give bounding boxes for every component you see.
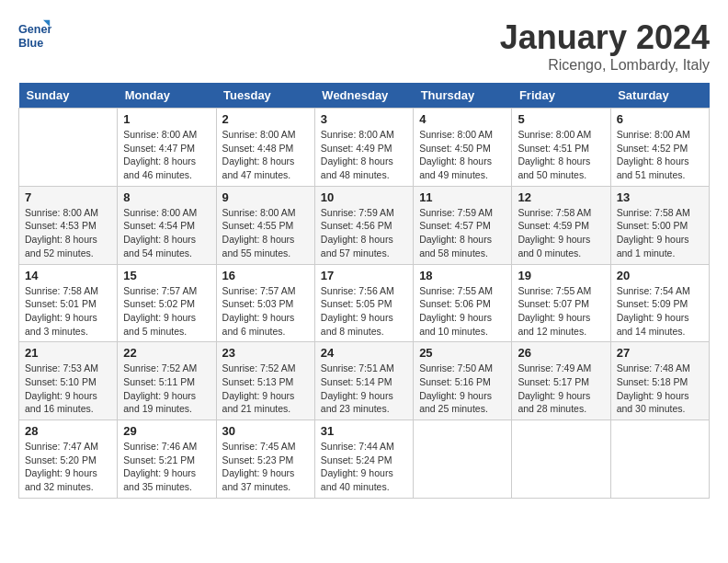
calendar-cell	[414, 420, 512, 499]
day-info: Sunrise: 8:00 AMSunset: 4:48 PMDaylight:…	[222, 128, 309, 182]
day-number: 26	[518, 346, 604, 360]
calendar-cell: 20Sunrise: 7:54 AMSunset: 5:09 PMDayligh…	[610, 264, 709, 342]
day-number: 16	[222, 269, 309, 282]
day-info: Sunrise: 7:56 AMSunset: 5:05 PMDaylight:…	[321, 284, 407, 339]
day-info: Sunrise: 7:46 AMSunset: 5:21 PMDaylight:…	[123, 440, 210, 494]
calendar-cell	[610, 420, 709, 499]
month-title: January 2024	[500, 18, 710, 57]
day-info: Sunrise: 7:57 AMSunset: 5:02 PMDaylight:…	[123, 284, 210, 339]
calendar-cell: 18Sunrise: 7:55 AMSunset: 5:06 PMDayligh…	[414, 264, 512, 342]
day-number: 2	[222, 112, 309, 126]
calendar-cell: 19Sunrise: 7:55 AMSunset: 5:07 PMDayligh…	[512, 264, 610, 342]
day-info: Sunrise: 7:49 AMSunset: 5:17 PMDaylight:…	[518, 362, 604, 416]
day-number: 28	[25, 424, 111, 438]
day-number: 17	[321, 269, 407, 282]
day-info: Sunrise: 7:47 AMSunset: 5:20 PMDaylight:…	[25, 440, 111, 494]
day-number: 15	[123, 269, 210, 282]
calendar-cell: 23Sunrise: 7:52 AMSunset: 5:13 PMDayligh…	[216, 342, 314, 420]
location: Ricengo, Lombardy, Italy	[500, 57, 710, 74]
day-info: Sunrise: 7:45 AMSunset: 5:23 PMDaylight:…	[222, 440, 309, 494]
day-info: Sunrise: 7:50 AMSunset: 5:16 PMDaylight:…	[419, 362, 506, 416]
day-info: Sunrise: 7:59 AMSunset: 4:57 PMDaylight:…	[419, 206, 506, 260]
svg-text:Blue: Blue	[18, 37, 43, 50]
day-info: Sunrise: 7:48 AMSunset: 5:18 PMDaylight:…	[617, 362, 703, 416]
calendar-cell: 1Sunrise: 8:00 AMSunset: 4:47 PMDaylight…	[118, 109, 216, 187]
calendar-cell: 29Sunrise: 7:46 AMSunset: 5:21 PMDayligh…	[118, 420, 216, 499]
day-number: 22	[123, 346, 210, 360]
day-number: 13	[617, 190, 703, 204]
day-number: 4	[419, 112, 506, 126]
col-header-thursday: Thursday	[414, 83, 512, 109]
calendar-cell: 21Sunrise: 7:53 AMSunset: 5:10 PMDayligh…	[19, 342, 118, 420]
day-number: 5	[518, 112, 604, 126]
page-header: GeneralBlue January 2024 Ricengo, Lombar…	[18, 18, 710, 74]
calendar-cell: 14Sunrise: 7:58 AMSunset: 5:01 PMDayligh…	[19, 264, 118, 342]
calendar-cell: 10Sunrise: 7:59 AMSunset: 4:56 PMDayligh…	[314, 186, 413, 264]
day-info: Sunrise: 8:00 AMSunset: 4:51 PMDaylight:…	[518, 128, 604, 182]
svg-text:General: General	[18, 23, 51, 36]
calendar-cell: 17Sunrise: 7:56 AMSunset: 5:05 PMDayligh…	[314, 264, 413, 342]
col-header-monday: Monday	[118, 83, 216, 109]
day-number: 1	[123, 112, 210, 126]
day-info: Sunrise: 8:00 AMSunset: 4:55 PMDaylight:…	[222, 206, 309, 260]
day-number: 11	[419, 190, 506, 204]
day-number: 25	[419, 346, 506, 360]
day-info: Sunrise: 8:00 AMSunset: 4:47 PMDaylight:…	[123, 128, 210, 182]
day-info: Sunrise: 7:51 AMSunset: 5:14 PMDaylight:…	[321, 362, 407, 416]
calendar-cell: 6Sunrise: 8:00 AMSunset: 4:52 PMDaylight…	[610, 109, 709, 187]
day-info: Sunrise: 7:52 AMSunset: 5:13 PMDaylight:…	[222, 362, 309, 416]
calendar-cell	[512, 420, 610, 499]
calendar-cell	[19, 109, 118, 187]
day-number: 24	[321, 346, 407, 360]
day-number: 23	[222, 346, 309, 360]
title-area: January 2024 Ricengo, Lombardy, Italy	[500, 18, 710, 74]
day-number: 8	[123, 190, 210, 204]
calendar-cell: 8Sunrise: 8:00 AMSunset: 4:54 PMDaylight…	[118, 186, 216, 264]
day-number: 19	[518, 269, 604, 282]
col-header-sunday: Sunday	[19, 83, 118, 109]
day-number: 27	[617, 346, 703, 360]
logo-icon: GeneralBlue	[18, 18, 51, 52]
day-info: Sunrise: 8:00 AMSunset: 4:54 PMDaylight:…	[123, 206, 210, 260]
calendar-table: SundayMondayTuesdayWednesdayThursdayFrid…	[18, 83, 710, 499]
day-number: 30	[222, 424, 309, 438]
day-number: 7	[25, 190, 111, 204]
col-header-tuesday: Tuesday	[216, 83, 314, 109]
day-info: Sunrise: 7:54 AMSunset: 5:09 PMDaylight:…	[617, 284, 703, 339]
calendar-cell: 13Sunrise: 7:58 AMSunset: 5:00 PMDayligh…	[610, 186, 709, 264]
calendar-cell: 5Sunrise: 8:00 AMSunset: 4:51 PMDaylight…	[512, 109, 610, 187]
calendar-cell: 26Sunrise: 7:49 AMSunset: 5:17 PMDayligh…	[512, 342, 610, 420]
day-info: Sunrise: 7:53 AMSunset: 5:10 PMDaylight:…	[25, 362, 111, 416]
calendar-cell: 9Sunrise: 8:00 AMSunset: 4:55 PMDaylight…	[216, 186, 314, 264]
day-number: 31	[321, 424, 407, 438]
col-header-wednesday: Wednesday	[314, 83, 413, 109]
col-header-friday: Friday	[512, 83, 610, 109]
calendar-cell: 7Sunrise: 8:00 AMSunset: 4:53 PMDaylight…	[19, 186, 118, 264]
day-info: Sunrise: 7:57 AMSunset: 5:03 PMDaylight:…	[222, 284, 309, 339]
day-info: Sunrise: 7:44 AMSunset: 5:24 PMDaylight:…	[321, 440, 407, 494]
day-number: 18	[419, 269, 506, 282]
day-info: Sunrise: 8:00 AMSunset: 4:53 PMDaylight:…	[25, 206, 111, 260]
day-number: 14	[25, 269, 111, 282]
calendar-cell: 22Sunrise: 7:52 AMSunset: 5:11 PMDayligh…	[118, 342, 216, 420]
day-info: Sunrise: 7:59 AMSunset: 4:56 PMDaylight:…	[321, 206, 407, 260]
day-number: 3	[321, 112, 407, 126]
calendar-cell: 4Sunrise: 8:00 AMSunset: 4:50 PMDaylight…	[414, 109, 512, 187]
calendar-cell: 28Sunrise: 7:47 AMSunset: 5:20 PMDayligh…	[19, 420, 118, 499]
day-info: Sunrise: 7:52 AMSunset: 5:11 PMDaylight:…	[123, 362, 210, 416]
day-info: Sunrise: 7:58 AMSunset: 5:00 PMDaylight:…	[617, 206, 703, 260]
calendar-cell: 30Sunrise: 7:45 AMSunset: 5:23 PMDayligh…	[216, 420, 314, 499]
day-info: Sunrise: 7:55 AMSunset: 5:07 PMDaylight:…	[518, 284, 604, 339]
day-info: Sunrise: 7:58 AMSunset: 4:59 PMDaylight:…	[518, 206, 604, 260]
calendar-cell: 11Sunrise: 7:59 AMSunset: 4:57 PMDayligh…	[414, 186, 512, 264]
day-number: 10	[321, 190, 407, 204]
day-info: Sunrise: 8:00 AMSunset: 4:50 PMDaylight:…	[419, 128, 506, 182]
day-info: Sunrise: 7:55 AMSunset: 5:06 PMDaylight:…	[419, 284, 506, 339]
calendar-cell: 24Sunrise: 7:51 AMSunset: 5:14 PMDayligh…	[314, 342, 413, 420]
calendar-cell: 16Sunrise: 7:57 AMSunset: 5:03 PMDayligh…	[216, 264, 314, 342]
calendar-cell: 31Sunrise: 7:44 AMSunset: 5:24 PMDayligh…	[314, 420, 413, 499]
day-info: Sunrise: 8:00 AMSunset: 4:52 PMDaylight:…	[617, 128, 703, 182]
day-info: Sunrise: 7:58 AMSunset: 5:01 PMDaylight:…	[25, 284, 111, 339]
day-info: Sunrise: 8:00 AMSunset: 4:49 PMDaylight:…	[321, 128, 407, 182]
day-number: 29	[123, 424, 210, 438]
